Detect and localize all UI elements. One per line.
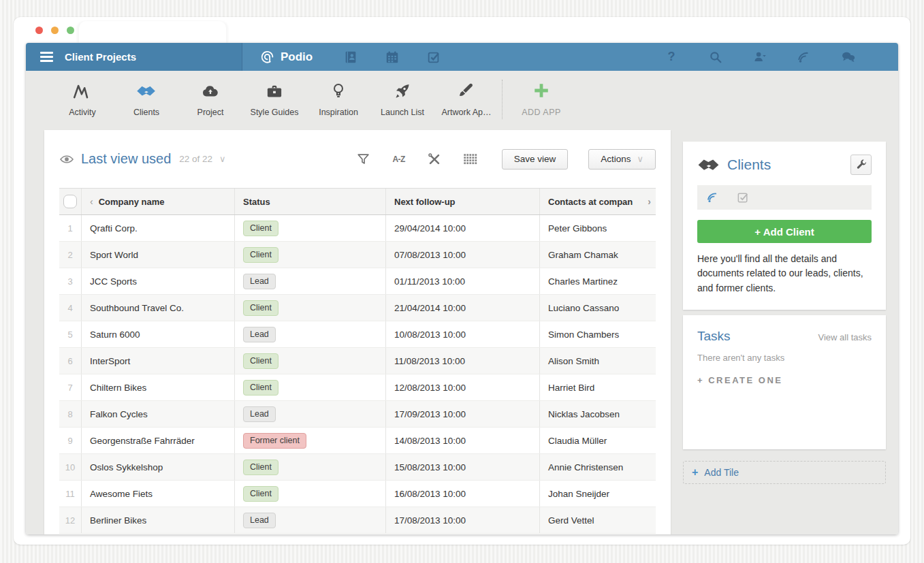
contact-cell: Nicklas Jacobsen <box>540 401 656 427</box>
calendar-icon[interactable] <box>385 50 400 65</box>
app-nav-item-style-guides[interactable]: Style Guides <box>242 82 306 117</box>
table-row[interactable]: 5Saturn 6000Lead10/08/2013 10:00Simon Ch… <box>59 321 656 348</box>
checkbox-icon[interactable] <box>736 191 750 204</box>
company-name-cell[interactable]: JCC Sports <box>82 268 235 294</box>
view-selector[interactable]: Last view used 22 of 22 ∨ <box>59 151 226 167</box>
company-name-cell[interactable]: Berliner Bikes <box>82 507 235 533</box>
tools-icon[interactable] <box>427 152 442 167</box>
company-name-cell[interactable]: Oslos Sykkelshop <box>82 454 235 480</box>
table-row[interactable]: 2Sport WorldClient07/08/2013 10:00Graham… <box>59 242 656 268</box>
user-menu-icon[interactable] <box>752 50 767 65</box>
chat-icon[interactable] <box>841 50 856 65</box>
app-nav-divider <box>502 80 503 119</box>
app-nav-item-project[interactable]: Project <box>178 82 242 117</box>
zoom-window-button[interactable] <box>67 27 74 34</box>
contact-cell: Johan Sneijder <box>540 481 656 506</box>
chevron-left-icon[interactable]: ‹ <box>90 196 93 207</box>
minimize-window-button[interactable] <box>51 27 59 34</box>
status-badge: Lead <box>243 327 276 342</box>
stream-blue-icon[interactable] <box>706 191 720 204</box>
status-cell: Lead <box>235 507 386 533</box>
tasks-check-icon[interactable] <box>426 50 441 65</box>
help-icon[interactable]: ? <box>664 50 679 65</box>
table-row[interactable]: 12Berliner BikesLead17/08/2013 10:00Gerd… <box>59 507 656 534</box>
table-row[interactable]: 6InterSportClient11/08/2013 10:00Alison … <box>59 348 656 374</box>
sidebar: Clients + Add Client Here you'll find al… <box>683 130 886 534</box>
rocket-icon <box>392 82 413 100</box>
company-name-cell[interactable]: Southbound Travel Co. <box>82 295 235 321</box>
company-name-cell[interactable]: InterSport <box>82 348 235 374</box>
app-nav-item-activity[interactable]: Activity <box>50 82 114 117</box>
plus-icon: + <box>692 466 698 479</box>
column-header-followup[interactable]: Next follow-up <box>386 189 540 214</box>
app-settings-button[interactable] <box>850 155 872 175</box>
status-cell: Lead <box>235 401 386 427</box>
grid-icon[interactable] <box>462 152 477 167</box>
contact-cell: Alison Smith <box>540 348 656 374</box>
column-header-company[interactable]: ‹ Company name <box>82 189 235 214</box>
window-controls[interactable] <box>35 27 74 34</box>
sort-az-icon[interactable]: A-Z <box>392 152 407 167</box>
create-task-link[interactable]: + CREATE ONE <box>697 375 872 385</box>
plus-icon <box>532 82 550 99</box>
table-row[interactable]: 7Chiltern BikesClient12/08/2013 10:00Har… <box>59 374 656 401</box>
app-nav-item-clients[interactable]: Clients <box>114 82 178 117</box>
close-window-button[interactable] <box>35 27 43 34</box>
filter-icon[interactable] <box>356 152 371 167</box>
company-name-cell[interactable]: Georgenstraße Fahrräder <box>82 428 235 453</box>
actions-button[interactable]: Actions∨ <box>588 149 656 170</box>
add-app-button[interactable]: ADD APP <box>506 82 577 117</box>
company-name-cell[interactable]: Chiltern Bikes <box>82 374 235 400</box>
status-cell: Lead <box>235 321 386 347</box>
save-view-button[interactable]: Save view <box>502 149 569 170</box>
app-nav-item-artwork-ap[interactable]: Artwork Ap… <box>434 82 498 117</box>
company-name-cell[interactable]: Falkon Cycles <box>82 401 235 427</box>
column-header-status[interactable]: Status <box>235 189 386 214</box>
app-nav-label: Project <box>178 108 242 117</box>
clients-panel-title[interactable]: Clients <box>727 157 771 173</box>
brush-icon <box>456 82 477 100</box>
workspace-title[interactable]: Client Projects <box>65 51 136 63</box>
company-name-cell[interactable]: Sport World <box>82 242 235 268</box>
contacts-icon[interactable] <box>343 50 358 65</box>
tasks-panel-title[interactable]: Tasks <box>697 329 731 344</box>
table-row[interactable]: 10Oslos SykkelshopClient15/08/2013 10:00… <box>59 454 656 481</box>
status-badge: Client <box>243 380 278 396</box>
browser-tab[interactable] <box>79 21 226 43</box>
table-row[interactable]: 9Georgenstraße FahrräderFormer client14/… <box>59 428 656 454</box>
clients-panel: Clients + Add Client Here you'll find al… <box>683 142 886 310</box>
status-badge: Former client <box>243 433 306 449</box>
table-row[interactable]: 8Falkon CyclesLead17/09/2013 10:00Nickla… <box>59 401 656 428</box>
browser-window: Client Projects Podio ? ActivityClientsP… <box>14 17 910 545</box>
add-tile-button[interactable]: + Add Tile <box>683 461 886 484</box>
chevron-right-icon[interactable]: › <box>648 196 651 207</box>
row-number: 9 <box>59 428 82 453</box>
view-all-tasks-link[interactable]: View all tasks <box>818 332 872 342</box>
followup-cell: 01/11/2013 10:00 <box>386 268 540 294</box>
company-name-cell[interactable]: Qrafti Corp. <box>82 215 235 241</box>
menu-icon[interactable] <box>40 52 53 62</box>
lightbulb-icon <box>328 82 349 100</box>
company-name-cell[interactable]: Saturn 6000 <box>82 321 235 347</box>
app-nav-item-launch-list[interactable]: Launch List <box>370 82 434 117</box>
table-row[interactable]: 3JCC SportsLead01/11/2013 10:00Charles M… <box>59 268 656 295</box>
app-nav-item-inspiration[interactable]: Inspiration <box>306 82 370 117</box>
column-header-contacts[interactable]: Contacts at compan <box>540 189 656 214</box>
table-row[interactable]: 1Qrafti Corp.Client29/04/2014 10:00Peter… <box>59 215 656 242</box>
add-client-button[interactable]: + Add Client <box>697 220 872 243</box>
podio-home-link[interactable]: Podio <box>259 49 313 65</box>
view-header: Last view used 22 of 22 ∨ A-Z Save view … <box>44 130 671 188</box>
activity-stream-icon[interactable] <box>797 50 812 65</box>
status-badge: Lead <box>243 406 276 422</box>
app-nav: ActivityClientsProjectStyle GuidesInspir… <box>26 71 898 128</box>
chevron-down-icon[interactable]: ∨ <box>219 154 226 164</box>
table-row[interactable]: 11Awesome FietsClient16/08/2013 10:00Joh… <box>59 481 656 507</box>
search-icon[interactable] <box>708 50 723 65</box>
company-name-cell[interactable]: Awesome Fiets <box>82 481 235 506</box>
contact-cell: Graham Chamak <box>540 242 656 268</box>
status-cell: Client <box>235 374 386 400</box>
followup-cell: 14/08/2013 10:00 <box>386 428 540 453</box>
table-row[interactable]: 4Southbound Travel Co.Client21/04/2014 1… <box>59 295 656 321</box>
select-all-checkbox[interactable] <box>63 195 77 208</box>
view-name[interactable]: Last view used <box>81 151 171 167</box>
